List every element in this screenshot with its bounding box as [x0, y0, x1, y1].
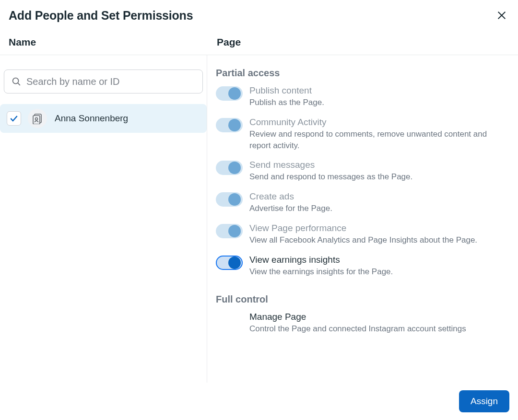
permission-view-earnings-insights: View earnings insights View the earnings…: [216, 255, 510, 278]
permission-view-page-performance: View Page performance View all Facebook …: [216, 223, 510, 246]
dialog-title: Add People and Set Permissions: [9, 9, 193, 23]
permission-send-messages: Send messages Send and respond to messag…: [216, 160, 510, 183]
toggle-publish-content[interactable]: [216, 86, 243, 101]
permission-create-ads: Create ads Advertise for the Page.: [216, 191, 510, 214]
person-name: Anna Sonnenberg: [55, 113, 128, 124]
partial-access-header: Partial access: [216, 68, 510, 79]
svg-point-2: [13, 78, 19, 84]
name-column-header: Name: [0, 32, 207, 55]
search-icon: [11, 76, 22, 87]
close-icon: [496, 10, 507, 21]
permission-desc: View all Facebook Analytics and Page Ins…: [249, 234, 510, 246]
dialog-footer: Assign: [0, 383, 518, 420]
toggle-view-page-performance[interactable]: [216, 224, 243, 238]
id-badge-icon: [32, 113, 43, 124]
assign-button[interactable]: Assign: [459, 390, 509, 412]
dialog-body: Anna Sonnenberg Partial access Publish c…: [0, 55, 518, 394]
close-button[interactable]: [494, 8, 509, 23]
person-checkbox[interactable]: [7, 111, 21, 126]
check-icon: [9, 114, 19, 123]
toggle-community-activity[interactable]: [216, 118, 243, 132]
permission-desc: Publish as the Page.: [249, 97, 510, 108]
permission-title: Send messages: [249, 160, 510, 170]
permission-manage-page: Manage Page Control the Page and connect…: [216, 312, 510, 335]
permission-title: Publish content: [249, 85, 510, 96]
toggle-view-earnings-insights[interactable]: [216, 256, 243, 270]
permission-title: View earnings insights: [249, 255, 510, 265]
full-control-section: Full control Manage Page Control the Pag…: [216, 294, 510, 335]
permission-title: Community Activity: [249, 117, 510, 128]
search-input-wrapper[interactable]: [4, 70, 203, 93]
toggle-create-ads[interactable]: [216, 192, 243, 207]
toggle-send-messages[interactable]: [216, 161, 243, 175]
svg-line-3: [18, 83, 20, 85]
dialog-header: Add People and Set Permissions: [0, 0, 518, 32]
permission-desc: Review and respond to comments, remove u…: [249, 128, 510, 152]
permission-desc: Send and respond to messages as the Page…: [249, 171, 510, 183]
permissions-dialog: Add People and Set Permissions Name Page: [0, 0, 518, 420]
permission-title: Create ads: [249, 191, 510, 202]
permission-title: View Page performance: [249, 223, 510, 233]
permission-title: Manage Page: [249, 312, 510, 322]
permission-community-activity: Community Activity Review and respond to…: [216, 117, 510, 152]
permission-desc: Control the Page and connected Instagram…: [249, 323, 510, 335]
full-control-header: Full control: [216, 294, 510, 305]
permission-desc: View the earnings insights for the Page.: [249, 266, 510, 278]
columns-header: Name Page: [0, 32, 518, 55]
person-item[interactable]: Anna Sonnenberg: [0, 104, 207, 133]
permission-publish-content: Publish content Publish as the Page.: [216, 85, 510, 108]
people-panel: Anna Sonnenberg: [0, 55, 207, 394]
permissions-panel: Partial access Publish content Publish a…: [207, 55, 518, 394]
permission-desc: Advertise for the Page.: [249, 203, 510, 214]
search-input[interactable]: [26, 76, 196, 87]
page-column-header: Page: [207, 32, 518, 55]
avatar: [28, 109, 47, 128]
